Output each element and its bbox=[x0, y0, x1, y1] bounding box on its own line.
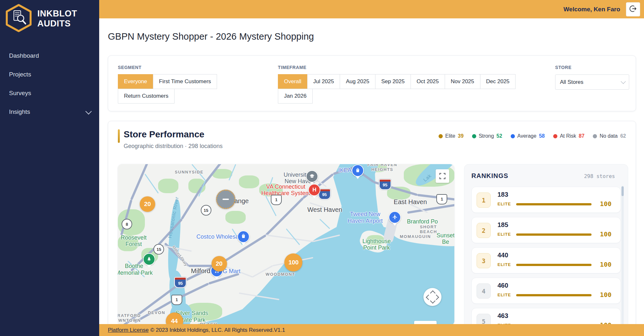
segment-button[interactable]: Return Customers bbox=[118, 89, 175, 104]
sidebar-item-label: Dashboard bbox=[9, 52, 39, 59]
segment-button[interactable]: Everyone bbox=[118, 74, 153, 89]
map-cluster-marker-44[interactable]: 44 bbox=[166, 312, 183, 324]
map-clusters-layer: 202010044 bbox=[118, 164, 454, 324]
platform-license-link[interactable]: Platform License bbox=[108, 327, 149, 333]
legend-count: 62 bbox=[620, 133, 626, 139]
page-title: GBPN Mystery Shopper - 2026 Mystery Shop… bbox=[108, 31, 314, 42]
legend-count: 52 bbox=[497, 133, 502, 139]
map-cluster-marker-20[interactable]: 20 bbox=[212, 256, 227, 272]
brand[interactable]: INKBLOT AUDITS bbox=[0, 0, 99, 37]
timeframe-button[interactable]: Oct 2025 bbox=[411, 74, 445, 89]
segment-label: SEGMENT bbox=[118, 65, 269, 70]
gold-accent-bar bbox=[118, 129, 120, 143]
store-number: 183 bbox=[497, 191, 508, 198]
map-cluster-marker-grey[interactable] bbox=[216, 190, 235, 209]
rankings-header: RANKINGS 298 stores bbox=[471, 172, 621, 180]
chevron-down-icon bbox=[621, 79, 626, 84]
score-value: 100 bbox=[600, 291, 611, 299]
store-number: 185 bbox=[497, 221, 508, 229]
timeframe-button[interactable]: Jan 2026 bbox=[278, 89, 313, 104]
timeframe-button-label: Oct 2025 bbox=[417, 78, 439, 85]
store-map[interactable]: SUNNYSIDEFAIR HAVEN HEIGHTSSHORT BEACHMO… bbox=[118, 164, 454, 324]
map-fullscreen-button[interactable] bbox=[436, 169, 449, 183]
pan-down-icon[interactable] bbox=[430, 298, 436, 304]
legend-item: No data 62 bbox=[593, 133, 626, 139]
legend-dot-icon bbox=[593, 134, 597, 138]
timeframe-button-label: Jan 2026 bbox=[284, 93, 307, 99]
chevron-down-icon bbox=[85, 108, 92, 114]
legend-item: Average 58 bbox=[511, 133, 545, 139]
sidebar-item[interactable]: Dashboard bbox=[0, 46, 99, 65]
map-cluster-marker-100[interactable]: 100 bbox=[284, 253, 302, 272]
legend-item: Elite 39 bbox=[439, 133, 464, 139]
tier-label: ELITE bbox=[497, 262, 511, 267]
pan-right-icon[interactable] bbox=[434, 295, 439, 300]
filters-panel: SEGMENT Everyone First Time Customers Re… bbox=[108, 55, 636, 111]
score-bar bbox=[516, 203, 592, 205]
timeframe-button-label: Dec 2025 bbox=[486, 78, 510, 85]
store-number: 440 bbox=[497, 252, 508, 259]
tier-label: ELITE bbox=[497, 202, 511, 206]
timeframe-button[interactable]: Jul 2025 bbox=[307, 74, 340, 89]
legend-label: At Risk bbox=[560, 133, 576, 139]
timeframe-button-label: Sep 2025 bbox=[381, 78, 405, 85]
sidebar-item[interactable]: Projects bbox=[0, 65, 99, 84]
rank-badge: 5 bbox=[477, 314, 491, 324]
timeframe-button[interactable]: Dec 2025 bbox=[480, 74, 516, 89]
legend-count: 39 bbox=[458, 133, 464, 139]
footer: Platform License © 2023 Inkblot Holdings… bbox=[99, 324, 644, 336]
pan-left-icon[interactable] bbox=[426, 295, 431, 300]
rankings-list: 1 183 ELITE 100 2 185 ELITE 100 bbox=[471, 187, 621, 324]
legend-label: Elite bbox=[445, 133, 455, 139]
store-select[interactable]: All Stores bbox=[555, 74, 629, 90]
scrollbar-thumb[interactable] bbox=[621, 186, 624, 196]
sidebar-item-label: Surveys bbox=[9, 90, 31, 96]
tier-label: ELITE bbox=[497, 292, 511, 297]
timeframe-filter: TIMEFRAME Overall Jul 2025 Aug 2025 Sep … bbox=[278, 65, 542, 104]
timeframe-button[interactable]: Sep 2025 bbox=[375, 74, 411, 89]
segment-button[interactable]: First Time Customers bbox=[153, 74, 217, 89]
store-select-value: All Stores bbox=[560, 79, 583, 85]
pan-up-icon[interactable] bbox=[430, 291, 436, 296]
ranking-row[interactable]: 3 440 ELITE 100 bbox=[471, 247, 621, 273]
ranking-row[interactable]: 1 183 ELITE 100 bbox=[471, 187, 621, 213]
score-bar bbox=[516, 233, 592, 236]
score-value: 100 bbox=[600, 261, 611, 268]
score-value: 100 bbox=[600, 321, 611, 324]
timeframe-button-label: Nov 2025 bbox=[451, 78, 474, 85]
ranking-row[interactable]: 2 185 ELITE 100 bbox=[471, 217, 621, 243]
logout-icon bbox=[629, 5, 637, 14]
rank-badge: 4 bbox=[477, 283, 491, 299]
timeframe-button[interactable]: Overall bbox=[278, 74, 308, 89]
brand-name: INKBLOT AUDITS bbox=[37, 9, 77, 29]
sidebar-nav: Dashboard Projects Surveys Insights bbox=[0, 46, 99, 121]
score-value: 100 bbox=[600, 230, 611, 238]
performance-header: Store Performance Geographic distributio… bbox=[118, 129, 223, 150]
inkblot-hexagon-logo-icon bbox=[5, 4, 33, 34]
legend-item: At Risk 87 bbox=[553, 133, 584, 139]
legend-dot-icon bbox=[439, 134, 443, 138]
store-label: STORE bbox=[555, 65, 629, 70]
main-content: GBPN Mystery Shopper - 2026 Mystery Shop… bbox=[99, 18, 644, 324]
sidebar-item[interactable]: Insights bbox=[0, 103, 99, 121]
ranking-row[interactable]: 4 460 ELITE 100 bbox=[471, 278, 621, 304]
timeframe-button[interactable]: Nov 2025 bbox=[445, 74, 480, 89]
rankings-title: RANKINGS bbox=[471, 172, 508, 180]
rankings-panel: RANKINGS 298 stores 1 183 ELITE 100 2 bbox=[464, 164, 628, 324]
logout-button[interactable] bbox=[626, 2, 640, 16]
ranking-row[interactable]: 5 463 ELITE 100 bbox=[471, 308, 621, 324]
welcome-text: Welcome, Ken Faro bbox=[564, 6, 620, 13]
legend-dot-icon bbox=[553, 134, 557, 138]
map-cluster-marker-20[interactable]: 20 bbox=[140, 196, 155, 212]
rank-badge: 3 bbox=[477, 253, 491, 268]
sidebar-item[interactable]: Surveys bbox=[0, 84, 99, 103]
map-zoom-control[interactable] bbox=[414, 321, 437, 324]
legend-count: 58 bbox=[539, 133, 545, 139]
sidebar-item-label: Insights bbox=[9, 108, 30, 115]
footer-copyright: © 2023 Inkblot Holdings, LLC. All Rights… bbox=[150, 327, 285, 333]
timeframe-button[interactable]: Aug 2025 bbox=[340, 74, 375, 89]
store-performance-panel: Store Performance Geographic distributio… bbox=[108, 121, 636, 324]
rankings-scrollbar[interactable] bbox=[621, 186, 624, 324]
map-pan-control[interactable] bbox=[423, 288, 441, 306]
segment-filter: SEGMENT Everyone First Time Customers Re… bbox=[118, 65, 269, 104]
